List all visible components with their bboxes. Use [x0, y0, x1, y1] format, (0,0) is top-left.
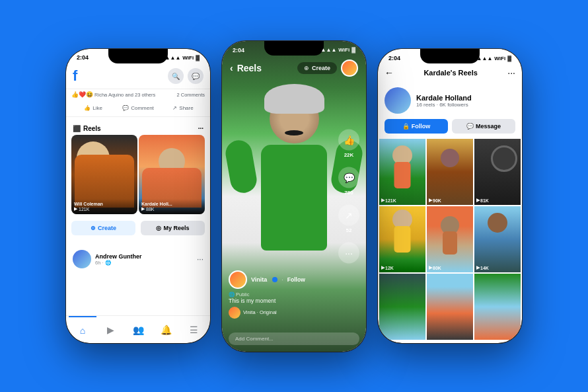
reels-label: Reels [237, 63, 262, 73]
back-arrow-center[interactable]: ‹ [230, 63, 233, 73]
profile-reel-7[interactable] [379, 274, 425, 340]
profile-reel-6[interactable]: 14K [474, 206, 521, 272]
nav-bell[interactable]: 🔔 [152, 316, 180, 343]
post-avatar [73, 250, 91, 268]
profile-reel-2[interactable]: 90K [427, 139, 473, 205]
comment-button[interactable]: 💬 Comment [116, 102, 160, 114]
creator-avatar[interactable] [229, 270, 247, 289]
battery-icon: ▓ [196, 55, 200, 61]
reels-grid-profile: 121K 90K [378, 139, 522, 340]
status-bar-center: 2:04 ▲▲▲ WiFi ▓ [222, 41, 366, 56]
reels-top-bar: ‹ Reels ⊕ Create [222, 56, 366, 81]
reel-item-2[interactable]: Kardale Holl... 88K [139, 135, 205, 214]
reel-item-1[interactable]: Will Coleman 121K [71, 135, 137, 214]
time-right: 2:04 [388, 55, 400, 61]
post-time: 6h · 🌐 [95, 260, 193, 266]
create-button[interactable]: ⊕ Create [71, 221, 135, 235]
profile-reel-8[interactable] [427, 274, 473, 340]
profile-reel-3[interactable]: 81K [474, 139, 521, 205]
fb-header-icons: 🔍 💬 [168, 68, 203, 84]
profile-title: Kardale's Reels [423, 69, 478, 77]
time-left: 2:04 [77, 54, 89, 61]
reels-buttons: ⊕ Create ◎ My Reels [66, 218, 210, 241]
like-icon: 👍 [84, 105, 91, 111]
fb-logo: f [73, 67, 77, 85]
right-actions: 👍 22K 💬 780 ↗ 52 ··· [338, 129, 359, 263]
phone-center: 2:04 ▲▲▲ WiFi ▓ ‹ Reels ⊕ Create [222, 41, 366, 352]
reel-bg-r3 [474, 139, 521, 205]
creator-name: Vinita [251, 276, 267, 283]
reel-bg-r9 [474, 274, 521, 340]
reels-icon: ⬛ [73, 125, 81, 132]
more-icon-right[interactable]: ··· [507, 67, 515, 78]
nav-menu[interactable]: ☰ [180, 316, 207, 343]
share-button[interactable]: ↗ Share [161, 102, 205, 114]
like-button[interactable]: 👍 Like [71, 102, 115, 114]
reel-name-2: Kardale Holl... [141, 202, 202, 206]
nav-home[interactable]: ⌂ [69, 316, 96, 343]
bottom-nav: ⌂ ▶ 👥 🔔 ☰ [66, 315, 210, 343]
people-icon: 👥 [133, 325, 144, 335]
reel-views-r6: 14K [476, 265, 489, 270]
time-center: 2:04 [233, 47, 244, 54]
profile-header: ← Kardale's Reels ··· [378, 63, 522, 82]
phone-right-screen: 2:04 ▲▲▲ WiFi ▓ ← Kardale's Reels ··· Ka… [378, 49, 522, 343]
follow-button[interactable]: Follow [287, 276, 305, 283]
like-action-icon: 👍 [338, 129, 359, 150]
profile-reel-5[interactable]: 80K [427, 206, 473, 272]
search-icon[interactable]: 🔍 [168, 68, 184, 84]
profile-reel-1[interactable]: 121K [379, 139, 425, 205]
comment-action[interactable]: 💬 780 [338, 167, 359, 195]
notch-right [420, 49, 480, 63]
fb-header: f 🔍 💬 [66, 63, 210, 89]
post-actions-bar: 👍 Like 💬 Comment ↗ Share [66, 100, 210, 117]
post-info: Andrew Gunther 6h · 🌐 [95, 253, 193, 266]
nav-people[interactable]: 👥 [124, 316, 152, 343]
home-icon: ⌂ [80, 325, 85, 336]
create-reel-label: Create [312, 65, 330, 71]
profile-reel-9[interactable] [474, 274, 521, 340]
status-icons-right: ▲▲▲ WiFi ▓ [477, 56, 511, 61]
profile-name: Kardale Holland [416, 94, 472, 102]
top-bar-right: ⊕ Create [297, 59, 358, 77]
back-icon-right[interactable]: ← [385, 67, 394, 78]
wifi-center: WiFi [338, 47, 349, 53]
verified-icon [272, 277, 277, 282]
create-reel-btn[interactable]: ⊕ Create [297, 62, 337, 74]
nav-video[interactable]: ▶ [96, 316, 124, 343]
more-action-icon: ··· [338, 242, 359, 263]
separator: · [281, 276, 283, 283]
reels-title: Reels [83, 125, 101, 132]
reel-bg-r8 [427, 274, 473, 340]
like-count: 22K [344, 151, 354, 157]
message-button[interactable]: 💬 Message [452, 119, 515, 134]
my-reels-button[interactable]: ◎ My Reels [141, 221, 205, 235]
phone-left-screen: 2:04 ▲▲▲ WiFi ▓ f 🔍 💬 👍❤️😆 Ri [66, 49, 210, 343]
follow-icon: 🔒 [402, 123, 410, 130]
battery-right: ▓ [507, 56, 511, 61]
profile-reel-4[interactable]: 12K [379, 206, 425, 272]
like-action[interactable]: 👍 22K [338, 129, 359, 157]
video-icon: ▶ [107, 325, 114, 335]
comment-input[interactable]: Add Comment... [229, 333, 359, 345]
messenger-icon[interactable]: 💬 [188, 68, 203, 84]
my-reels-icon: ◎ [156, 225, 161, 231]
phone-left: 2:04 ▲▲▲ WiFi ▓ f 🔍 💬 👍❤️😆 Ri [66, 49, 210, 343]
reel-bg-r5 [427, 206, 473, 272]
reel-bg-r1 [379, 139, 425, 205]
comment-bar: Add Comment... [222, 333, 366, 345]
creator-row: Vinita · Follow [229, 270, 323, 289]
creator-avatar-top[interactable] [341, 59, 358, 77]
share-action[interactable]: ↗ 52 [338, 204, 359, 233]
profile-actions: 🔒 Follow 💬 Message [378, 119, 522, 139]
more-action[interactable]: ··· [338, 242, 359, 263]
post-section: Andrew Gunther 6h · 🌐 ··· [66, 245, 210, 274]
follow-button[interactable]: 🔒 Follow [385, 119, 448, 134]
profile-text: Kardale Holland 16 reels · 6K followers [416, 94, 472, 108]
wifi-right: WiFi [494, 56, 505, 61]
comment-action-icon: 💬 [338, 167, 359, 188]
reels-section-header: ⬛ Reels ··· [66, 121, 210, 135]
post-more-icon[interactable]: ··· [197, 255, 203, 264]
reels-more-icon[interactable]: ··· [198, 125, 203, 132]
globe-icon: 🌐 [229, 292, 235, 297]
